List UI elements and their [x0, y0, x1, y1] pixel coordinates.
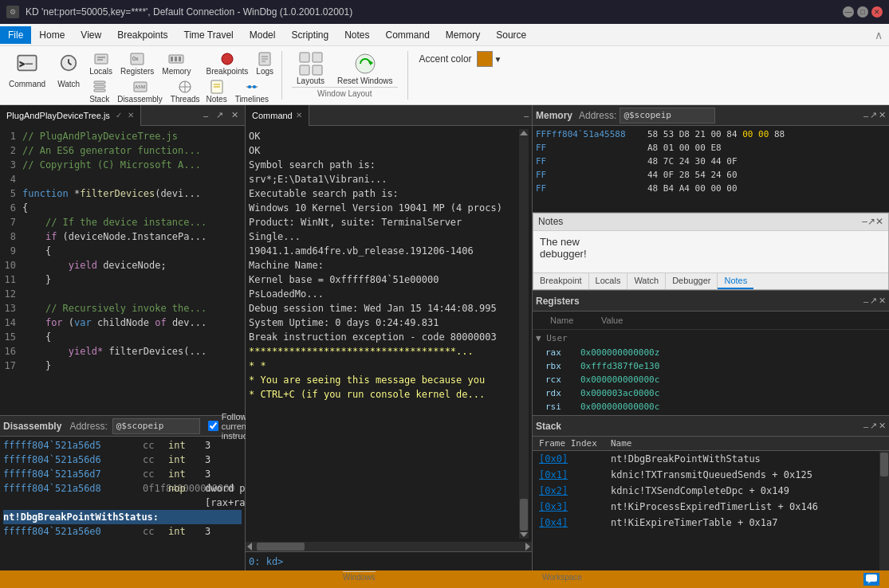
ribbon-reset-windows-button[interactable]: Reset Windows [332, 49, 397, 87]
ribbon-notes-button[interactable]: Notes [203, 77, 230, 105]
notes-tab-debugger[interactable]: Debugger [666, 273, 718, 289]
code-line: 17 } [0, 359, 245, 373]
follow-instruction-checkbox[interactable] [208, 421, 218, 431]
stack-frame-1[interactable]: [0x1] [539, 467, 611, 483]
registers-name-header: Name [537, 313, 601, 327]
disasm-line: fffff804`521a56d5 cc int 3 [3, 438, 242, 453]
editor-minimize-button[interactable]: – [200, 109, 211, 122]
notes-panel-close-button[interactable]: ✕ [875, 216, 883, 227]
registers-pane-controls: – ↗ ✕ [863, 296, 886, 306]
memory-address-input[interactable] [620, 108, 715, 123]
menu-home[interactable]: Home [31, 26, 73, 44]
ribbon-window-layout-label: Window Layout [292, 87, 398, 98]
disasm-addr: fffff804`521a56d8 [3, 481, 143, 510]
ribbon-collapse-button[interactable]: ∧ [875, 29, 889, 41]
scroll-thumb[interactable] [520, 499, 528, 531]
command-hscrollbar [246, 542, 532, 551]
editor-tab-close-icon[interactable]: ✓ [113, 110, 124, 121]
ribbon-command-button[interactable]: > Command [3, 48, 51, 92]
registers-popout-button[interactable]: ↗ [870, 296, 877, 306]
notes-tab-notes[interactable]: Notes [718, 273, 753, 289]
stack-name-4: nt!KiExpireTimerTable + 0x1a7 [611, 515, 778, 531]
scroll-up-icon[interactable] [520, 131, 528, 135]
stack-close-button[interactable]: ✕ [879, 421, 886, 431]
ribbon-separator-2 [407, 51, 408, 100]
notes-tab-watch[interactable]: Watch [627, 273, 666, 289]
stack-name-0: nt!DbgBreakPointWithStatus [611, 451, 761, 467]
menu-file[interactable]: File [0, 26, 31, 44]
command-prompt-bar: 0: kd> [246, 551, 532, 570]
cmd-line: Break instruction exception - code 80000… [249, 330, 519, 344]
command-input[interactable] [286, 556, 529, 567]
menu-memory[interactable]: Memory [438, 26, 488, 44]
command-tab-close-icon[interactable]: ✕ [296, 111, 302, 120]
ribbon-logs-button[interactable]: Logs [253, 49, 277, 77]
stack-popout-button[interactable]: ↗ [870, 421, 877, 431]
cmd-line: Kernel base = 0xfffff804`51e00000 PsLoad… [249, 272, 519, 301]
menu-scripting[interactable]: Scripting [283, 26, 336, 44]
scroll-left-icon[interactable] [247, 543, 252, 551]
code-line: 4 [0, 172, 245, 186]
command-tab-bar: Command ✕ – [246, 105, 532, 126]
scroll-down-icon[interactable] [520, 532, 528, 537]
close-button[interactable]: ✕ [871, 6, 883, 18]
command-text: OK OK Symbol search path is: srv*;E:\Dat… [249, 129, 519, 539]
line-number: 7 [0, 215, 22, 229]
memory-popout-button[interactable]: ↗ [870, 110, 877, 120]
ribbon-watch-button[interactable]: Watch [51, 48, 86, 92]
hscroll-thumb[interactable] [257, 543, 305, 551]
notes-panel-minimize-button[interactable]: – [862, 216, 867, 227]
cmd-line: OK [249, 143, 519, 158]
ribbon-timelines-button[interactable]: Timelines [232, 77, 272, 105]
menu-time-travel[interactable]: Time Travel [176, 26, 242, 44]
stack-minimize-button[interactable]: – [863, 421, 868, 431]
line-number: 9 [0, 244, 22, 258]
stack-frame-3[interactable]: [0x3] [539, 499, 611, 515]
stack-frame-2[interactable]: [0x2] [539, 483, 611, 499]
notes-tab-locals[interactable]: Locals [589, 273, 628, 289]
editor-tab-modified-icon[interactable]: ✕ [128, 111, 134, 120]
notes-panel-popout-button[interactable]: ↗ [867, 216, 875, 227]
ribbon-breakpoints-button[interactable]: Breakpoints [203, 49, 252, 77]
stack-frame-4[interactable]: [0x4] [539, 515, 611, 531]
ribbon-threads-button[interactable]: Threads [167, 77, 203, 105]
registers-minimize-button[interactable]: – [863, 296, 868, 306]
stack-frame-0[interactable]: [0x0] [539, 451, 611, 467]
ribbon-stack-button[interactable]: Stack [86, 77, 112, 105]
ribbon-locals-button[interactable]: Locals [86, 49, 116, 77]
stack-scrollbar-thumb[interactable] [880, 453, 888, 476]
menu-breakpoints[interactable]: Breakpoints [109, 26, 175, 44]
menu-model[interactable]: Model [242, 26, 284, 44]
command-minimize-button[interactable]: – [524, 111, 529, 120]
menu-notes[interactable]: Notes [336, 26, 377, 44]
editor-tab-js[interactable]: PlugAndPlayDeviceTree.js ✓ ✕ [0, 105, 141, 126]
ribbon-layouts-button[interactable]: Layouts [292, 49, 329, 87]
editor-pane-controls: – ↗ ✕ [200, 108, 245, 122]
editor-close-pane-button[interactable]: ✕ [228, 108, 242, 122]
code-line: 2 // An ES6 generator function... [0, 143, 245, 158]
line-number: 15 [0, 330, 22, 344]
command-tab[interactable]: Command ✕ [246, 105, 309, 126]
line-code: // Recursively invoke the... [22, 301, 207, 316]
stack-frame-col-header: Frame Index [539, 438, 611, 449]
ribbon-registers-button[interactable]: 0x Registers [117, 49, 157, 77]
mem-addr: FFFff804`51a45588 [536, 127, 647, 141]
notes-tab-breakpoint[interactable]: Breakpoint [533, 273, 589, 289]
memory-minimize-button[interactable]: – [863, 110, 868, 120]
menu-command[interactable]: Command [378, 26, 438, 44]
status-chat-button[interactable] [863, 573, 879, 586]
scroll-right-icon[interactable] [525, 543, 530, 551]
maximize-button[interactable]: □ [857, 6, 868, 18]
editor-popout-button[interactable]: ↗ [213, 108, 226, 122]
menu-view[interactable]: View [73, 26, 109, 44]
disassembly-address-input[interactable] [112, 418, 200, 434]
reg-name-rcx: rcx [533, 373, 580, 386]
memory-close-button[interactable]: ✕ [879, 110, 886, 120]
accent-color-picker[interactable]: ▼ [477, 51, 502, 67]
ribbon-disassembly-button[interactable]: ASM Disassembly [114, 77, 166, 105]
line-number: 6 [0, 201, 22, 215]
registers-close-button[interactable]: ✕ [879, 296, 886, 306]
minimize-button[interactable]: — [843, 6, 854, 18]
ribbon-memory-small-button[interactable]: Memory [159, 49, 194, 77]
menu-source[interactable]: Source [488, 26, 534, 44]
